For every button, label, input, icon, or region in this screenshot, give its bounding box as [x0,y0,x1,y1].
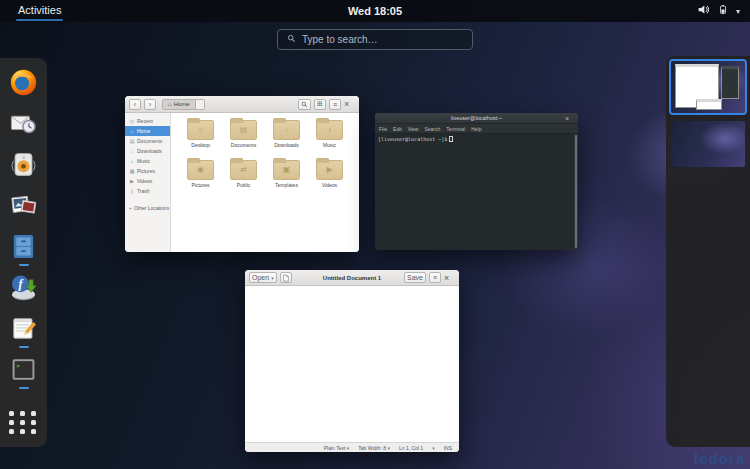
gedit-text-area[interactable] [245,286,459,442]
dock-item-firefox[interactable] [8,68,40,102]
folder-public[interactable]: ⇄Public [222,160,265,196]
insert-mode-indicator: INS [444,445,452,451]
videos-icon: ▶ [129,178,135,184]
running-indicator [19,264,29,266]
menu-help[interactable]: Help [471,126,481,132]
file-cabinet-icon [9,232,38,261]
evolution-mail-icon [9,109,38,138]
sidebar-item-recent[interactable]: ◷Recent [125,116,170,126]
gedit-window[interactable]: Open ▾ Untitled Document 1 Save ≡ × Plai… [245,270,459,452]
files-window[interactable]: ‹ › ⌂ Home ⊞ ≡ × ◷Recent ⌂Home ▤Document… [125,96,359,252]
language-selector[interactable]: Plain Text ▾ [324,445,350,451]
dock-item-terminal[interactable]: > [8,355,40,389]
home-icon: ⌂ [129,128,135,134]
svg-text:>: > [16,362,20,369]
folder-icon: ▣ [273,160,300,180]
menu-terminal[interactable]: Terminal [446,126,465,132]
terminal-content[interactable]: [liveuser@localhost ~]$ [375,134,578,249]
dock-item-rhythmbox[interactable] [8,150,40,184]
sidebar-item-documents[interactable]: ▤Documents [125,136,170,146]
gedit-statusbar: Plain Text ▾ Tab Width: 8 ▾ Ln 1, Col 1 … [245,442,459,452]
gedit-document-title: Untitled Document 1 [323,275,381,281]
new-document-button[interactable] [280,272,292,283]
sidebar-item-home[interactable]: ⌂Home [125,126,170,136]
folder-downloads[interactable]: ↓Downloads [265,120,308,156]
files-menu-button[interactable]: ≡ [329,99,341,110]
dock-item-install-to-hard-drive[interactable]: f [8,273,40,307]
dock-item-gedit[interactable] [8,314,40,348]
dock-item-files[interactable] [8,232,40,266]
downloads-icon: ↓ [129,148,135,154]
sidebar-item-downloads[interactable]: ↓Downloads [125,146,170,156]
folder-icon: ▤ [230,120,257,140]
terminal-menubar: File Edit View Search Terminal Help [375,124,578,134]
plus-icon: + [129,205,132,211]
menu-file[interactable]: File [379,126,387,132]
path-stub[interactable] [196,99,205,110]
running-indicator [19,387,29,389]
terminal-titlebar[interactable]: liveuser@localhost:~ × [375,113,578,124]
chevron-down-icon: ▾ [271,275,274,281]
new-document-icon [283,274,289,282]
install-fedora-icon: f [9,273,38,302]
trash-icon: ▯ [129,188,135,194]
sidebar-item-other-locations[interactable]: +Other Locations [125,203,170,213]
sidebar-item-trash[interactable]: ▯Trash [125,186,170,196]
sidebar-item-videos[interactable]: ▶Videos [125,176,170,186]
gedit-headerbar: Open ▾ Untitled Document 1 Save ≡ × [245,270,459,286]
back-button[interactable]: ‹ [129,99,141,110]
folder-desktop[interactable]: ⌂Desktop [179,120,222,156]
chevron-down-icon[interactable]: ▾ [432,445,435,451]
folder-templates[interactable]: ▣Templates [265,160,308,196]
menu-search[interactable]: Search [424,126,440,132]
terminal-title: liveuser@localhost:~ [451,115,502,121]
folder-documents[interactable]: ▤Documents [222,120,265,156]
folder-pictures[interactable]: ◉Pictures [179,160,222,196]
clock[interactable]: Wed 18:05 [348,5,402,17]
forward-button[interactable]: › [144,99,156,110]
terminal-cursor [449,136,453,142]
menu-edit[interactable]: Edit [393,126,402,132]
files-search-button[interactable] [298,99,311,110]
chevron-down-icon: ▾ [736,7,740,16]
volume-icon [697,2,710,20]
shotwell-photos-icon [9,191,38,220]
battery-icon [718,2,728,20]
folder-icon: ▶ [316,160,343,180]
files-sidebar: ◷Recent ⌂Home ▤Documents ↓Downloads ♪Mus… [125,113,171,252]
top-bar: Activities Wed 18:05 ▾ [0,0,750,22]
show-applications-button[interactable] [5,407,42,438]
open-button[interactable]: Open ▾ [249,272,277,283]
search-placeholder: Type to search… [302,34,378,45]
menu-view[interactable]: View [408,126,419,132]
sidebar-item-music[interactable]: ♪Music [125,156,170,166]
workspace-thumbnail-1[interactable] [671,61,745,113]
system-status-area[interactable]: ▾ [697,2,740,20]
search-icon [287,34,296,45]
dock-item-evolution[interactable] [8,109,40,143]
terminal-scrollbar[interactable] [574,134,578,249]
terminal-icon: > [9,355,38,384]
files-close-button[interactable]: × [344,99,355,109]
activities-button[interactable]: Activities [14,1,65,21]
view-toggle-button[interactable]: ⊞ [314,99,326,110]
save-button[interactable]: Save [404,272,426,283]
gedit-menu-button[interactable]: ≡ [429,272,441,283]
dock-item-shotwell[interactable] [8,191,40,225]
fedora-watermark: fedora [693,450,745,467]
terminal-close-button[interactable]: × [565,113,576,124]
folder-videos[interactable]: ▶Videos [308,160,351,196]
folder-music[interactable]: ♪Music [308,120,351,156]
home-icon: ⌂ [168,101,172,107]
gedit-close-button[interactable]: × [444,273,455,283]
folder-icon: ◉ [187,160,214,180]
path-home-button[interactable]: ⌂ Home [162,99,196,110]
sidebar-item-pictures[interactable]: ▦Pictures [125,166,170,176]
music-icon: ♪ [129,158,135,164]
search-bar[interactable]: Type to search… [277,29,473,50]
workspace-thumbnail-2[interactable] [671,121,745,167]
tab-width-selector[interactable]: Tab Width: 8 ▾ [358,445,390,451]
recent-icon: ◷ [129,118,135,124]
folder-icon: ⇄ [230,160,257,180]
terminal-window[interactable]: liveuser@localhost:~ × File Edit View Se… [375,113,578,250]
